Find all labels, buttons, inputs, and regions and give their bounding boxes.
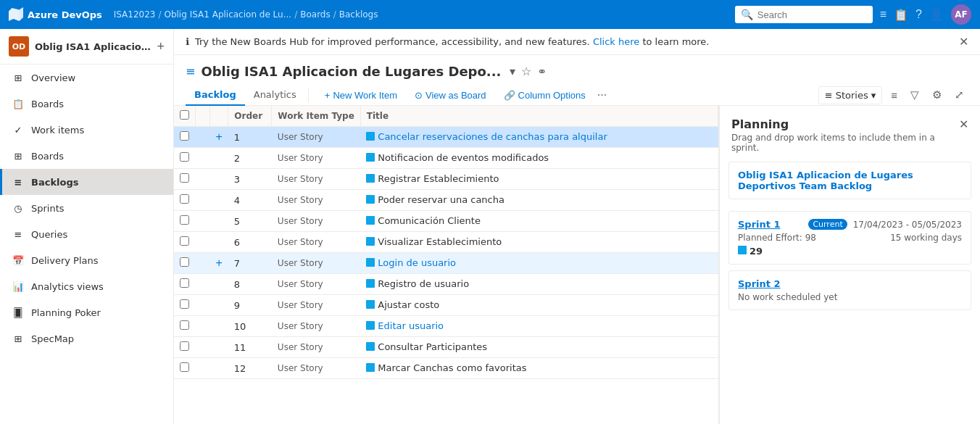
row-checkbox[interactable] xyxy=(180,173,189,183)
sidebar-item-queries[interactable]: ≡ Queries xyxy=(0,221,173,247)
row-title-cell: Notificacion de eventos modificados xyxy=(360,148,718,169)
row-checkbox-cell xyxy=(174,253,196,274)
sidebar-item-boards[interactable]: ⊞ Boards xyxy=(0,143,173,169)
row-add-cell: + xyxy=(210,295,228,316)
sidebar-item-delivery-plans[interactable]: 📅 Delivery Plans xyxy=(0,247,173,273)
row-add-button[interactable]: + xyxy=(216,130,223,144)
row-type: User Story xyxy=(272,253,360,274)
breadcrumb-backlogs[interactable]: Backlogs xyxy=(339,9,378,20)
table-row[interactable]: + 3 User Story Registrar Establecimiento xyxy=(174,169,718,190)
row-checkbox[interactable] xyxy=(180,320,189,330)
work-item-link[interactable]: Editar usuario xyxy=(366,320,444,331)
row-checkbox[interactable] xyxy=(180,341,189,351)
breadcrumb-project[interactable]: Oblig ISA1 Aplicacion de Lu... xyxy=(164,9,291,20)
sidebar-item-work-items[interactable]: ✓ Work items xyxy=(0,117,173,143)
row-type: User Story xyxy=(272,358,360,379)
planning-backlog-card[interactable]: Oblig ISA1 Aplicacion de Lugares Deporti… xyxy=(728,162,971,199)
table-row[interactable]: + 9 User Story Ajustar costo xyxy=(174,295,718,316)
sprint-items: 29 xyxy=(738,246,962,257)
sidebar-add-button[interactable]: + xyxy=(157,39,165,54)
table-row[interactable]: + 11 User Story Consultar Participantes xyxy=(174,337,718,358)
favorite-icon-btn[interactable]: ☆ xyxy=(521,65,531,78)
row-checkbox[interactable] xyxy=(180,257,189,267)
sprint-card-2[interactable]: Sprint 2 No work scheduled yet xyxy=(728,270,971,310)
stories-dropdown[interactable]: ≡ Stories ▾ xyxy=(818,86,882,104)
sidebar-item-backlogs[interactable]: ≡ Backlogs xyxy=(0,169,173,195)
search-box[interactable]: 🔍 xyxy=(735,6,873,23)
search-input[interactable] xyxy=(757,9,867,20)
column-options-button[interactable]: 🔗 Column Options xyxy=(497,86,593,104)
row-title-cell: Visualizar Establecimiento xyxy=(360,232,718,253)
row-checkbox[interactable] xyxy=(180,194,189,204)
table-row[interactable]: + 10 User Story Editar usuario xyxy=(174,316,718,337)
sidebar-item-boards-section[interactable]: 📋 Boards xyxy=(0,91,173,117)
row-order: 1 xyxy=(228,127,272,148)
tab-backlog[interactable]: Backlog xyxy=(186,85,245,106)
sprint-name[interactable]: Sprint 2 xyxy=(738,278,781,289)
expand-icon-btn[interactable]: ⤢ xyxy=(950,86,968,104)
avatar[interactable]: AF xyxy=(951,4,971,25)
select-all-checkbox[interactable] xyxy=(180,110,189,120)
table-row[interactable]: + 12 User Story Marcar Canchas como favo… xyxy=(174,358,718,379)
row-checkbox[interactable] xyxy=(180,152,189,162)
brand: Azure DevOps xyxy=(9,7,102,22)
sidebar-item-analytics-views[interactable]: 📊 Analytics views xyxy=(0,273,173,299)
row-add-button[interactable]: + xyxy=(216,257,223,270)
new-work-item-button[interactable]: + New Work Item xyxy=(317,86,404,104)
row-add-cell: + xyxy=(210,127,228,148)
breadcrumb-boards[interactable]: Boards xyxy=(300,9,331,20)
view-as-board-label: View as Board xyxy=(425,90,486,101)
banner-close-button[interactable]: ✕ xyxy=(959,35,968,49)
row-checkbox-cell xyxy=(174,148,196,169)
search-icon: 🔍 xyxy=(741,9,753,20)
table-row[interactable]: + 1 User Story Cancelar reservaciones de… xyxy=(174,127,718,148)
sprint-no-work: No work scheduled yet xyxy=(738,292,962,302)
row-expand-cell xyxy=(196,211,210,232)
row-order: 9 xyxy=(228,295,272,316)
planning-close-button[interactable]: ✕ xyxy=(959,117,968,131)
table-row[interactable]: + 5 User Story Comunicación Cliente xyxy=(174,211,718,232)
info-link[interactable]: Click here xyxy=(593,36,639,47)
tab-analytics[interactable]: Analytics xyxy=(245,85,305,106)
table-row[interactable]: + 6 User Story Visualizar Establecimient… xyxy=(174,232,718,253)
filter-layout-btn[interactable]: ≡ xyxy=(886,86,902,104)
sidebar-item-sprints[interactable]: ◷ Sprints xyxy=(0,195,173,221)
row-checkbox[interactable] xyxy=(180,131,189,141)
sprint-card-1[interactable]: Sprint 1 Current 17/04/2023 - 05/05/2023… xyxy=(728,211,971,265)
table-row[interactable]: + 4 User Story Poder reservar una cancha xyxy=(174,190,718,211)
filter-icon-btn[interactable]: ▽ xyxy=(906,86,923,104)
row-expand-cell xyxy=(196,232,210,253)
col-header-order: Order xyxy=(228,106,272,127)
list-icon-btn[interactable]: ≡ xyxy=(880,8,886,21)
tab-more-button[interactable]: ··· xyxy=(593,86,611,104)
settings-icon-btn[interactable]: ⚙ xyxy=(928,86,946,104)
sidebar-icon-overview: ⊞ xyxy=(11,70,25,85)
sidebar-item-planning-poker[interactable]: 🂠 Planning Poker xyxy=(0,299,173,325)
breadcrumb-isa[interactable]: ISA12023 xyxy=(114,9,156,20)
sidebar-icon-analytics-views: 📊 xyxy=(11,279,25,294)
row-expand-cell xyxy=(196,148,210,169)
view-as-board-button[interactable]: ⊙ View as Board xyxy=(407,86,494,104)
sprint-name[interactable]: Sprint 1 xyxy=(738,219,781,230)
row-add-cell: + xyxy=(210,253,228,274)
row-checkbox[interactable] xyxy=(180,278,189,288)
work-item-link[interactable]: Cancelar reservaciones de canchas para a… xyxy=(366,131,607,142)
row-checkbox[interactable] xyxy=(180,299,189,309)
user-icon-btn[interactable]: 👤 xyxy=(929,8,944,22)
share-icon-btn[interactable]: ⚭ xyxy=(537,65,547,78)
sidebar-label-boards-section: Boards xyxy=(31,99,64,109)
help-icon-btn[interactable]: ? xyxy=(915,8,922,21)
work-item-link[interactable]: Login de usuario xyxy=(366,257,456,268)
row-checkbox[interactable] xyxy=(180,362,189,372)
row-checkbox[interactable] xyxy=(180,236,189,246)
info-text: Try the New Boards Hub for improved perf… xyxy=(195,36,710,47)
table-row[interactable]: + 7 User Story Login de usuario xyxy=(174,253,718,274)
table-row[interactable]: + 2 User Story Notificacion de eventos m… xyxy=(174,148,718,169)
dropdown-icon-btn[interactable]: ▾ xyxy=(510,65,515,78)
clipboard-icon-btn[interactable]: 📋 xyxy=(894,8,908,22)
sidebar-item-overview[interactable]: ⊞ Overview xyxy=(0,65,173,91)
row-expand-cell xyxy=(196,358,210,379)
row-checkbox[interactable] xyxy=(180,215,189,225)
sidebar-item-specmap[interactable]: ⊞ SpecMap xyxy=(0,325,173,352)
table-row[interactable]: + 8 User Story Registro de usuario xyxy=(174,274,718,295)
